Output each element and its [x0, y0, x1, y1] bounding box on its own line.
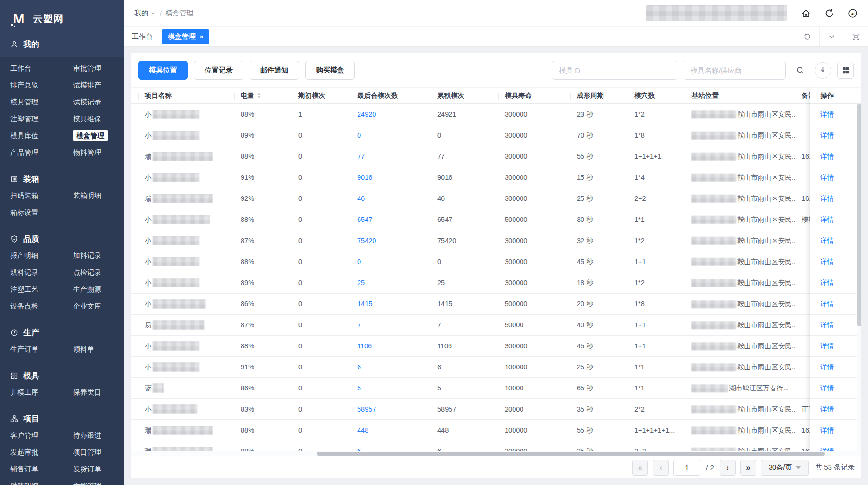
topbar-actions: AI	[646, 5, 858, 21]
tab-refresh-icon[interactable]	[795, 27, 819, 46]
sidebar-item[interactable]: 烘料记录	[10, 264, 73, 281]
detail-link[interactable]: 详情	[820, 279, 834, 287]
sidebar-item[interactable]: 领料单	[73, 341, 124, 358]
location-record-button[interactable]: 位置记录	[194, 61, 243, 80]
close-count-link[interactable]: 1106	[357, 342, 372, 350]
sidebar-item[interactable]: 注塑管理	[10, 110, 73, 127]
sidebar-item[interactable]: 模具维保	[73, 110, 124, 127]
close-count-link[interactable]: 448	[357, 426, 368, 434]
sidebar-item[interactable]: 发起审批	[10, 444, 73, 461]
mold-location-button[interactable]: 模具位置	[138, 61, 188, 80]
sidebar-item[interactable]: 生产溯源	[73, 281, 124, 298]
close-count-link[interactable]: 58957	[357, 405, 376, 413]
search-icon[interactable]	[792, 62, 809, 79]
cell-battery: 88%	[234, 342, 292, 350]
last-page-button[interactable]: »	[740, 460, 756, 476]
sidebar-item[interactable]: 发货订单	[73, 461, 124, 478]
sidebar-item[interactable]: 加料记录	[73, 247, 124, 264]
close-count-link[interactable]: 6	[357, 363, 361, 371]
detail-link[interactable]: 详情	[820, 110, 834, 119]
refresh-icon[interactable]	[824, 8, 834, 18]
next-page-button[interactable]: ›	[720, 460, 736, 476]
close-count-link[interactable]: 5	[357, 384, 361, 392]
user-icon	[10, 40, 18, 48]
fullscreen-icon[interactable]	[844, 27, 868, 46]
page-size-select[interactable]: 30条/页	[761, 460, 809, 476]
chevron-down-icon[interactable]	[819, 27, 844, 46]
sidebar-item[interactable]: 箱标设置	[10, 204, 73, 221]
sidebar-item[interactable]: 点检记录	[73, 264, 124, 281]
detail-link[interactable]: 详情	[820, 342, 834, 351]
sidebar-item[interactable]: 注塑工艺	[10, 281, 73, 298]
horizontal-scrollbar-thumb[interactable]	[317, 452, 825, 456]
first-page-button[interactable]: «	[632, 460, 648, 476]
detail-link[interactable]: 详情	[820, 321, 834, 330]
sidebar-item[interactable]: 产品管理	[10, 144, 73, 161]
close-count-link[interactable]: 0	[357, 258, 361, 265]
close-count-link[interactable]: 24920	[357, 110, 376, 118]
sidebar-item[interactable]: 文档管理	[73, 478, 124, 485]
sidebar-item[interactable]: 装箱明细	[73, 187, 124, 204]
detail-link[interactable]: 详情	[820, 405, 834, 414]
column-settings-grid-icon[interactable]	[837, 62, 854, 79]
sidebar-item[interactable]: 试模记录	[73, 94, 124, 110]
sidebar-item[interactable]: 待办跟进	[73, 427, 124, 444]
prev-page-button[interactable]: ‹	[653, 460, 669, 476]
sidebar-item[interactable]: 设备点检	[10, 298, 73, 315]
sidebar-item[interactable]: 模盒管理	[73, 127, 124, 144]
detail-link[interactable]: 详情	[820, 257, 834, 266]
detail-link[interactable]: 详情	[820, 194, 834, 203]
page-number-input[interactable]	[673, 460, 700, 476]
sidebar-item[interactable]: 销售订单	[10, 461, 73, 478]
detail-link[interactable]: 详情	[820, 173, 834, 182]
sidebar-item[interactable]: 保养类目	[73, 384, 124, 401]
home-icon[interactable]	[801, 8, 811, 18]
sidebar-item[interactable]: 模具管理	[10, 94, 73, 110]
sidebar-item[interactable]: 项目管理	[73, 444, 124, 461]
ai-assistant-icon[interactable]: AI	[847, 8, 858, 18]
sidebar-item[interactable]: 工作台	[10, 60, 73, 77]
vertical-scrollbar-thumb[interactable]	[857, 104, 861, 326]
sidebar-item[interactable]: 报产明细	[10, 247, 73, 264]
close-count-link[interactable]: 25	[357, 279, 365, 287]
sidebar-item[interactable]: 对账明细	[10, 478, 73, 485]
detail-link[interactable]: 详情	[820, 363, 834, 372]
email-notify-button[interactable]: 邮件通知	[250, 61, 299, 80]
mold-id-input[interactable]	[552, 61, 677, 80]
close-count-link[interactable]: 1415	[357, 300, 372, 308]
close-count-link[interactable]: 77	[357, 153, 365, 160]
breadcrumb-root[interactable]: 我的	[134, 9, 156, 18]
detail-link[interactable]: 详情	[820, 131, 834, 140]
sidebar-item[interactable]: 模具库位	[10, 127, 73, 144]
download-icon[interactable]	[815, 62, 831, 79]
sidebar-item[interactable]: 生产订单	[10, 341, 73, 358]
detail-link[interactable]: 详情	[820, 426, 834, 435]
detail-link[interactable]: 详情	[820, 300, 834, 309]
tab-workbench[interactable]: 工作台	[132, 32, 153, 41]
close-count-link[interactable]: 6547	[357, 216, 372, 223]
sidebar-item[interactable]: 客户管理	[10, 427, 73, 444]
sort-icon[interactable]	[257, 92, 262, 99]
sidebar-item[interactable]: 试模排产	[73, 77, 124, 94]
detail-link[interactable]: 详情	[820, 384, 834, 393]
close-count-link[interactable]: 9016	[357, 174, 372, 181]
detail-link[interactable]: 详情	[820, 447, 834, 451]
sidebar-item[interactable]: 扫码装箱	[10, 187, 73, 204]
close-icon[interactable]: ×	[200, 34, 204, 40]
sidebar-item[interactable]: 审批管理	[73, 60, 124, 77]
close-count-link[interactable]: 7	[357, 321, 361, 329]
mold-name-supplier-input[interactable]	[684, 61, 786, 80]
detail-link[interactable]: 详情	[820, 215, 834, 224]
sidebar-item[interactable]: 企业文库	[73, 298, 124, 315]
close-count-link[interactable]: 75420	[357, 237, 376, 244]
close-count-link[interactable]: 0	[357, 132, 361, 139]
sidebar-item[interactable]: 排产总览	[10, 77, 73, 94]
detail-link[interactable]: 详情	[820, 236, 834, 245]
detail-link[interactable]: 详情	[820, 152, 834, 161]
sidebar-item[interactable]: 物料管理	[73, 144, 124, 161]
close-count-link[interactable]: 6	[357, 448, 361, 451]
buy-mold-box-button[interactable]: 购买模盒	[305, 61, 355, 80]
close-count-link[interactable]: 46	[357, 195, 365, 202]
sidebar-item[interactable]: 开模工序	[10, 384, 73, 401]
tab-mold-box-management[interactable]: 模盒管理 ×	[162, 29, 209, 44]
